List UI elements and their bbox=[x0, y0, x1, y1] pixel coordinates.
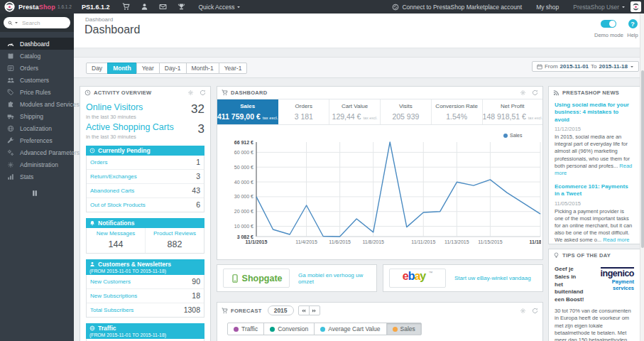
sales-chart: 66 912 €60 000 €50 000 €40 000 €30 000 €… bbox=[222, 128, 541, 247]
table-row: Out of Stock Products6 bbox=[87, 197, 204, 212]
range-button-group: Day Month Year Day-1 Month-1 Year-1 bbox=[86, 63, 247, 74]
tip-body: 30 tot 70% van de consumenten in Europa … bbox=[555, 308, 634, 341]
news-article: Using social media for your business: 4 … bbox=[555, 102, 634, 177]
chevron-down-icon bbox=[236, 5, 241, 9]
range-month-1-button[interactable]: Month-1 bbox=[186, 63, 219, 74]
group-icon bbox=[7, 77, 14, 84]
panel-refresh-icon[interactable] bbox=[532, 308, 538, 314]
cart-icon[interactable] bbox=[122, 3, 130, 11]
search-input[interactable] bbox=[22, 20, 59, 26]
scrollbar-thumb[interactable] bbox=[641, 70, 644, 248]
sidebar-item-catalog[interactable]: Catalog bbox=[0, 50, 74, 62]
truck-icon bbox=[7, 113, 14, 120]
quick-access-menu[interactable]: Quick Access bbox=[198, 4, 241, 11]
shopgate-link[interactable]: Ga mobiel en verhoog uw omzet bbox=[298, 272, 371, 285]
help-button[interactable]: ? bbox=[628, 19, 638, 28]
notifications-header: Notifications bbox=[86, 218, 204, 228]
svg-text:11/13/2015: 11/13/2015 bbox=[444, 239, 469, 244]
rss-icon bbox=[553, 90, 560, 96]
sidebar-item-price-rules[interactable]: Price Rules bbox=[0, 86, 74, 98]
active-shopping-carts: Active Shopping Cartsin the last 30 minu… bbox=[86, 123, 204, 140]
svg-text:3 082 €: 3 082 € bbox=[237, 234, 253, 239]
prestashop-back-office: PrestaShop 1.6.1.2 PS1.6.1.2 Quick Acces… bbox=[0, 0, 644, 341]
svg-text:11/6/2015: 11/6/2015 bbox=[329, 239, 351, 244]
collapse-sidebar-button[interactable] bbox=[31, 190, 38, 197]
sidebar-item-administration[interactable]: Administration bbox=[0, 158, 74, 170]
date-range-picker[interactable]: From 2015-11-01 To 2015-11-18 bbox=[532, 61, 639, 72]
toggle-traffic[interactable]: Traffic bbox=[227, 323, 264, 335]
my-shop-link[interactable]: My shop bbox=[536, 4, 559, 11]
lightbulb-icon bbox=[553, 252, 560, 259]
book-icon bbox=[7, 53, 14, 60]
demo-mode-toggle[interactable] bbox=[601, 20, 616, 28]
date-to: 2015-11-18 bbox=[599, 63, 628, 70]
forecast-prev-button[interactable] bbox=[298, 305, 310, 315]
user-menu[interactable]: PrestaShop User bbox=[573, 4, 626, 11]
demo-mode-control: Demo mode bbox=[594, 20, 623, 38]
online-visitors: Online Visitorsin the last 30 minutes 32 bbox=[86, 103, 204, 120]
svg-text:11/11/2015: 11/11/2015 bbox=[411, 239, 435, 244]
kpi-net-profit[interactable]: Net Profit148 918,51 € tax excl. bbox=[483, 99, 542, 124]
sidebar-item-localization[interactable]: Localization bbox=[0, 122, 74, 134]
panel-refresh-icon[interactable] bbox=[532, 90, 538, 96]
messages-icon[interactable] bbox=[159, 3, 167, 11]
traffic-header: Traffic (FROM 2015-11-01 TO 2015-11-18) bbox=[86, 323, 204, 339]
toggle-sales[interactable]: Sales bbox=[386, 323, 422, 335]
sidebar-item-customers[interactable]: Customers bbox=[0, 74, 74, 86]
range-month-button[interactable]: Month bbox=[107, 63, 137, 74]
range-day-1-button[interactable]: Day-1 bbox=[159, 63, 187, 74]
ebay-link[interactable]: Start uw eBay-winkel vandaag bbox=[454, 275, 531, 281]
kpi-sales[interactable]: Sales411 759,00 € tax excl. bbox=[217, 99, 278, 124]
range-year-button[interactable]: Year bbox=[136, 63, 160, 74]
forecast-panel: FORECAST 2015 Traffic Conversion Average… bbox=[217, 302, 543, 341]
page-title: Dashboard bbox=[84, 23, 140, 36]
forecast-next-button[interactable] bbox=[309, 305, 320, 315]
active-carts-value: 3 bbox=[198, 123, 204, 135]
sidebar-item-preferences[interactable]: Preferences bbox=[0, 134, 74, 146]
kpi-visits[interactable]: Visits205 939 bbox=[381, 99, 432, 124]
article-title[interactable]: Ecommerce 101: Payments in a Tweet bbox=[555, 183, 634, 198]
article-title[interactable]: Using social media for your business: 4 … bbox=[555, 102, 634, 124]
svg-text:20 000 €: 20 000 € bbox=[234, 209, 253, 214]
brand-version: 1.6.1.2 bbox=[58, 4, 72, 9]
svg-text:30 000 €: 30 000 € bbox=[234, 194, 253, 199]
kpi-cart-value[interactable]: Cart Value129,44 € tax excl. bbox=[329, 99, 381, 124]
kpi-conversion-rate[interactable]: Conversion Rate1.54% bbox=[432, 99, 483, 124]
sidebar-item-advanced-parameters[interactable]: Advanced Parameters bbox=[0, 146, 74, 158]
chevron-down-icon bbox=[621, 5, 626, 9]
toggle-conversion[interactable]: Conversion bbox=[263, 323, 315, 335]
avatar[interactable] bbox=[631, 1, 641, 12]
range-day-button[interactable]: Day bbox=[86, 63, 108, 74]
topbar: PrestaShop 1.6.1.2 PS1.6.1.2 Quick Acces… bbox=[0, 0, 644, 13]
svg-text:11/8/2015: 11/8/2015 bbox=[362, 239, 384, 244]
panel-settings-icon[interactable] bbox=[520, 90, 526, 96]
read-more-link[interactable]: Read more bbox=[603, 237, 629, 243]
trophy-icon[interactable] bbox=[178, 3, 185, 11]
search-scope-caret-icon[interactable] bbox=[14, 21, 18, 25]
marketplace-connect-link[interactable]: Connect to PrestaShop Marketplace accoun… bbox=[392, 4, 522, 11]
sidebar-item-dashboard[interactable]: Dashboard bbox=[0, 38, 74, 50]
sidebar-item-shipping[interactable]: Shipping bbox=[0, 110, 74, 122]
toggle-average-cart-value[interactable]: Average Cart Value bbox=[314, 323, 386, 335]
double-left-icon bbox=[301, 308, 306, 313]
panel-settings-icon[interactable] bbox=[520, 308, 526, 314]
breadcrumb[interactable]: Dashboard bbox=[85, 16, 113, 23]
sidebar-item-orders[interactable]: Orders bbox=[0, 62, 74, 74]
prestashop-news-panel: PRESTASHOP NEWS Using social media for y… bbox=[548, 86, 640, 244]
avg-cart-series-dot bbox=[320, 327, 325, 332]
svg-text:11/18/201: 11/18/201 bbox=[530, 239, 541, 244]
svg-text:66 912 €: 66 912 € bbox=[234, 140, 253, 145]
search-box[interactable] bbox=[4, 17, 70, 28]
range-year-1-button[interactable]: Year-1 bbox=[219, 63, 248, 74]
kpi-orders[interactable]: Orders3 181 bbox=[278, 99, 329, 124]
customer-icon[interactable] bbox=[141, 3, 148, 11]
forecast-year[interactable]: 2015 bbox=[268, 305, 294, 315]
panel-refresh-icon[interactable] bbox=[200, 90, 206, 96]
sidebar-item-modules[interactable]: Modules and Services bbox=[0, 98, 74, 110]
sidebar-item-stats[interactable]: Stats bbox=[0, 170, 74, 183]
scrollbar-track[interactable] bbox=[640, 13, 644, 341]
panel-settings-icon[interactable] bbox=[187, 90, 194, 96]
table-cell: New Messages144 bbox=[87, 228, 145, 253]
shop-name: PS1.6.1.2 bbox=[82, 4, 110, 11]
calendar-icon bbox=[537, 64, 542, 70]
